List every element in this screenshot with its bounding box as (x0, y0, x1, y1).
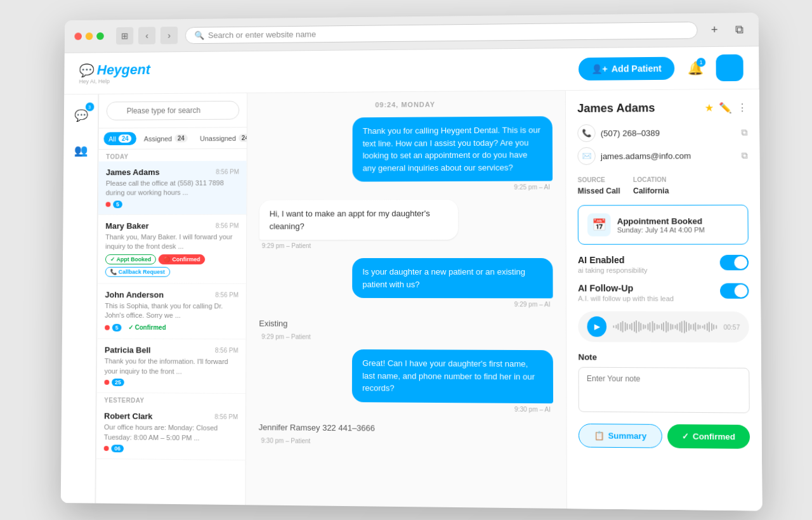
ai-enabled-toggle[interactable] (720, 254, 749, 270)
conv-item-robert-clark[interactable]: Robert Clark 8:56 PM Our office hours ar… (96, 405, 246, 460)
fullscreen-window-btn[interactable] (96, 32, 104, 40)
chat-icon: 💬 (74, 108, 88, 122)
play-button[interactable]: ▶ (587, 316, 606, 336)
notifications-button[interactable]: 🔔 1 (683, 56, 707, 79)
conv-meta: 06 (104, 445, 238, 453)
filter-tab-all[interactable]: All 24 (103, 132, 136, 145)
edit-button[interactable]: ✏️ (719, 101, 732, 114)
conv-name: Patricia Bell (105, 345, 151, 354)
waveform-bar (670, 323, 671, 330)
message-row-ai-1: Thank you for calling Heygent Dental. Th… (259, 116, 553, 192)
browser-action-buttons: + ⧉ (705, 20, 749, 39)
conv-preview: Thank you for the information. I'll forw… (105, 356, 239, 377)
waveform-bar (652, 321, 653, 332)
audio-player: ▶ 00:57 (578, 311, 749, 342)
contact-row-phone: 📞 (507) 268–0389 ⧉ (577, 123, 747, 142)
star-button[interactable]: ★ (705, 101, 714, 114)
patient-actions: ★ ✏️ ⋮ (705, 101, 748, 114)
message-time: 9:30 pm – Patient (259, 436, 313, 444)
unread-count: 25 (112, 379, 124, 386)
conv-name: John Anderson (105, 289, 164, 299)
filter-tab-unassigned[interactable]: Unassigned 24 (195, 131, 247, 145)
waveform-bar (663, 322, 664, 331)
waveform-bar (661, 323, 662, 330)
ai-followup-toggle[interactable] (720, 283, 749, 298)
conv-item-james-adams[interactable]: James Adams 8:56 PM Please call the offi… (98, 160, 247, 214)
conv-item-mary-baker[interactable]: Mary Baker 8:56 PM Thank you, Mary Baker… (98, 214, 246, 283)
filter-assigned-label: Assigned (144, 134, 172, 142)
waveform-bar (695, 322, 697, 331)
ai-followup-label: AI Follow-Up (578, 283, 674, 293)
sidebar-toggle-btn[interactable]: ⊞ (116, 27, 133, 44)
location-value: California (633, 186, 669, 195)
summary-button[interactable]: 📋 Summary (579, 423, 662, 448)
user-avatar-button[interactable] (716, 54, 743, 81)
sidebar-item-contacts[interactable]: 👥 (69, 139, 91, 161)
message-time: 9:25 pm – AI (511, 183, 553, 190)
forward-btn[interactable]: › (160, 26, 178, 44)
add-patient-label: Add Patient (612, 63, 662, 74)
waveform-bar (615, 325, 617, 328)
waveform-bar (654, 323, 655, 330)
check-icon: ✓ (681, 431, 688, 441)
badge-callback: 📞 Callback Request (105, 266, 170, 276)
contacts-icon: 👥 (74, 143, 87, 157)
location-label: Location (633, 176, 669, 183)
conv-header: Robert Clark 8:56 PM (104, 411, 238, 421)
conv-item-john-anderson[interactable]: John Anderson 8:56 PM This is Sophia, th… (97, 283, 246, 340)
message-bubble: Great! Can I have your daughter's first … (352, 349, 553, 403)
search-bar (99, 93, 247, 129)
conv-item-patricia-bell[interactable]: Patricia Bell 8:56 PM Thank you for the … (97, 339, 246, 393)
contact-row-email: ✉️ james.adams@info.com ⧉ (577, 146, 748, 164)
new-tab-btn[interactable]: + (705, 20, 724, 38)
chat-date: 09:24, MONDAY (247, 91, 565, 118)
right-panel: James Adams ★ ✏️ ⋮ 📞 (507) 268–0389 ⧉ ✉️ (565, 89, 763, 510)
email-icon: ✉️ (577, 146, 595, 164)
message-time: 9:29 pm – Patient (259, 333, 313, 340)
waveform-bar (681, 321, 683, 332)
appointment-info: Appointment Booked Sunday: July 14 At 4:… (617, 216, 705, 233)
search-input[interactable] (107, 100, 240, 120)
waveform-bar (618, 323, 619, 330)
back-btn[interactable]: ‹ (138, 27, 155, 44)
ai-enabled-label: AI Enabled (578, 254, 648, 264)
chat-area: 09:24, MONDAY Thank you for calling Heyg… (246, 91, 566, 509)
waveform-bar (650, 322, 651, 331)
close-window-btn[interactable] (74, 32, 82, 40)
waveform (613, 318, 717, 334)
message-plain: Existing (259, 316, 287, 330)
message-time: 9:30 pm – AI (512, 405, 553, 413)
minimize-window-btn[interactable] (86, 32, 93, 40)
waveform-bar (693, 323, 694, 330)
note-input[interactable] (579, 367, 750, 413)
conv-time: 8:56 PM (216, 222, 239, 229)
browser-nav-controls: ⊞ ‹ › (116, 26, 178, 44)
message-bubble: Is your daughter a new patient or an exi… (352, 257, 553, 297)
message-row-ai-2: Is your daughter a new patient or an exi… (259, 257, 553, 308)
filter-tab-assigned[interactable]: Assigned 24 (139, 131, 192, 145)
filter-all-label: All (108, 134, 116, 142)
more-options-button[interactable]: ⋮ (737, 101, 748, 114)
unread-dot (104, 446, 109, 451)
conv-header: Patricia Bell 8:56 PM (105, 345, 239, 355)
sidebar-item-chat[interactable]: 💬 3 (70, 104, 92, 126)
confirmed-button[interactable]: ✓ Confirmed (667, 424, 750, 448)
ai-followup-info: AI Follow-Up A.I. will follow up with th… (578, 283, 674, 302)
waveform-bar (629, 324, 631, 329)
conversation-items: TODAY James Adams 8:56 PM Please call th… (96, 148, 246, 504)
message-bubble: Thank you for calling Heygent Dental. Th… (353, 116, 553, 181)
info-row: Source Missed Call Location California (578, 176, 749, 196)
traffic-lights (74, 32, 103, 40)
waveform-bar (622, 321, 624, 332)
message-row-ai-3: Great! Can I have your daughter's first … (259, 349, 553, 413)
copy-email-button[interactable]: ⧉ (741, 150, 747, 160)
header-actions: 👤+ Add Patient 🔔 1 (579, 54, 743, 82)
unread-dot (106, 202, 111, 207)
search-wrapper (107, 100, 240, 120)
app-container: 💬 Heygent Hey AI, Help 👤+ Add Patient 🔔 … (61, 46, 763, 510)
conv-name: Mary Baker (105, 221, 148, 230)
copy-btn[interactable]: ⧉ (730, 20, 749, 38)
add-patient-button[interactable]: 👤+ Add Patient (579, 56, 674, 80)
address-bar[interactable]: 🔍 Search or enter website name (185, 21, 698, 43)
copy-phone-button[interactable]: ⧉ (741, 126, 747, 137)
